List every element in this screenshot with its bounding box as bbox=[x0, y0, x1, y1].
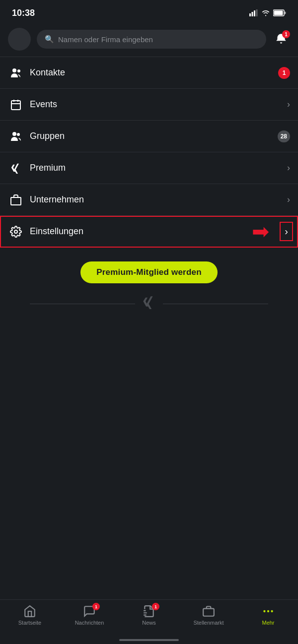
svg-point-21 bbox=[267, 610, 269, 612]
menu-badge-gruppen: 28 bbox=[278, 130, 290, 142]
briefcase-icon bbox=[202, 605, 215, 618]
status-bar: 10:38 bbox=[0, 0, 298, 24]
menu-label-premium: Premium bbox=[30, 163, 283, 173]
menu-item-einstellungen[interactable]: Einstellungen ➡ › bbox=[0, 216, 298, 248]
search-placeholder: Namen oder Firma eingeben bbox=[58, 35, 153, 44]
home-icon bbox=[23, 605, 36, 618]
chevron-events: › bbox=[287, 99, 290, 110]
svg-point-7 bbox=[12, 68, 16, 72]
xing-logo-decoration bbox=[135, 295, 163, 313]
people-icon bbox=[8, 67, 24, 79]
svg-point-20 bbox=[263, 610, 265, 612]
nav-item-stellenmarkt[interactable]: Stellenmarkt bbox=[179, 605, 238, 626]
menu-label-events: Events bbox=[30, 99, 283, 110]
svg-rect-2 bbox=[254, 10, 255, 16]
bottom-nav: Startseite 1 Nachrichten 1 News bbox=[0, 599, 298, 644]
svg-rect-1 bbox=[252, 12, 253, 16]
nachrichten-badge: 1 bbox=[92, 603, 100, 610]
avatar[interactable] bbox=[8, 28, 31, 51]
nav-label-mehr: Mehr bbox=[262, 620, 274, 626]
svg-point-14 bbox=[17, 133, 20, 136]
menu-list: Kontakte 1 Events › Gruppen 28 bbox=[0, 57, 298, 248]
home-indicator bbox=[119, 639, 179, 641]
nav-item-news[interactable]: 1 News bbox=[119, 605, 179, 626]
header: 🔍 Namen oder Firma eingeben 1 bbox=[0, 24, 298, 57]
nav-item-startseite[interactable]: Startseite bbox=[0, 605, 60, 626]
calendar-icon bbox=[8, 99, 24, 111]
svg-point-22 bbox=[271, 610, 273, 612]
signal-icon bbox=[249, 9, 258, 16]
menu-badge-kontakte: 1 bbox=[278, 67, 290, 79]
dots-icon bbox=[262, 605, 275, 618]
search-bar[interactable]: 🔍 Namen oder Firma eingeben bbox=[37, 30, 266, 49]
svg-point-13 bbox=[12, 132, 16, 136]
menu-label-unternehmen: Unternehmen bbox=[30, 194, 283, 205]
svg-rect-5 bbox=[274, 11, 283, 15]
xing-line-right bbox=[163, 304, 268, 304]
xing-divider bbox=[0, 295, 298, 313]
menu-item-unternehmen[interactable]: Unternehmen › bbox=[0, 184, 298, 216]
menu-label-einstellungen: Einstellungen bbox=[30, 226, 279, 237]
menu-item-gruppen[interactable]: Gruppen 28 bbox=[0, 121, 298, 152]
menu-item-premium[interactable]: Premium › bbox=[0, 152, 298, 184]
svg-rect-0 bbox=[249, 13, 251, 16]
premium-button[interactable]: Premium-Mitglied werden bbox=[80, 261, 217, 283]
premium-section: Premium-Mitglied werden bbox=[0, 248, 298, 295]
group-icon bbox=[8, 130, 24, 142]
wifi-icon bbox=[261, 9, 270, 16]
status-icons bbox=[249, 9, 286, 16]
svg-rect-3 bbox=[256, 9, 258, 16]
menu-label-kontakte: Kontakte bbox=[30, 67, 278, 78]
svg-rect-15 bbox=[11, 197, 21, 205]
red-arrow: ➡ bbox=[252, 221, 269, 242]
gear-icon bbox=[8, 226, 24, 238]
notification-badge: 1 bbox=[282, 30, 290, 38]
nav-item-nachrichten[interactable]: 1 Nachrichten bbox=[60, 605, 119, 626]
svg-rect-18 bbox=[203, 609, 214, 616]
nav-label-startseite: Startseite bbox=[18, 620, 41, 626]
chevron-einstellungen: › bbox=[283, 225, 290, 238]
battery-icon bbox=[273, 9, 286, 16]
svg-rect-6 bbox=[285, 12, 286, 14]
nav-item-mehr[interactable]: Mehr bbox=[238, 605, 298, 626]
menu-item-events[interactable]: Events › bbox=[0, 89, 298, 121]
menu-label-gruppen: Gruppen bbox=[30, 131, 278, 141]
nav-label-nachrichten: Nachrichten bbox=[75, 620, 104, 626]
xing-line-left bbox=[30, 304, 135, 304]
menu-item-kontakte[interactable]: Kontakte 1 bbox=[0, 57, 298, 89]
chat-icon: 1 bbox=[83, 605, 96, 618]
status-time: 10:38 bbox=[12, 8, 35, 18]
nav-label-news: News bbox=[142, 620, 156, 626]
svg-point-8 bbox=[17, 69, 20, 72]
chevron-unternehmen: › bbox=[287, 194, 290, 205]
news-badge: 1 bbox=[152, 603, 159, 610]
chevron-premium: › bbox=[287, 163, 290, 173]
xing-icon bbox=[8, 163, 24, 174]
svg-rect-9 bbox=[11, 101, 20, 110]
search-icon: 🔍 bbox=[45, 35, 54, 44]
news-icon: 1 bbox=[143, 605, 155, 618]
svg-point-17 bbox=[14, 230, 17, 233]
notification-button[interactable]: 1 bbox=[272, 30, 290, 48]
nav-label-stellenmarkt: Stellenmarkt bbox=[193, 620, 224, 626]
building-icon bbox=[8, 194, 24, 206]
